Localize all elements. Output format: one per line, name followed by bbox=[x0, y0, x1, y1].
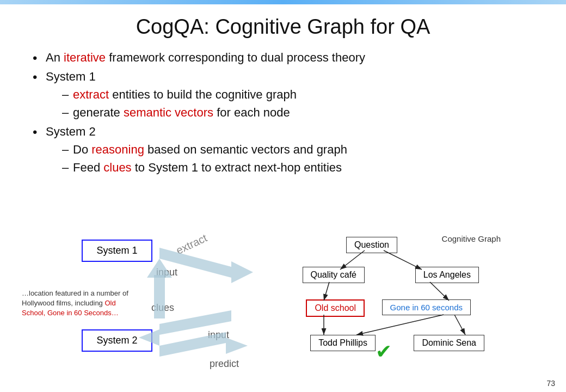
bullet-item-2: System 1 extract entities to build the c… bbox=[33, 68, 533, 121]
old-school-box: Old school bbox=[306, 299, 365, 317]
bullet-3-text: System 2 bbox=[46, 125, 96, 138]
checkmark-icon: ✔ bbox=[376, 340, 392, 363]
sub-item-3-1: Do reasoning based on semantic vectors a… bbox=[62, 140, 533, 158]
sub-item-3-2: Feed clues to System 1 to extract next-h… bbox=[62, 158, 533, 176]
bullet-list: An iterative framework corresponding to … bbox=[33, 48, 533, 176]
bullet-item-3: System 2 Do reasoning based on semantic … bbox=[33, 122, 533, 176]
svg-line-12 bbox=[324, 282, 329, 301]
svg-line-15 bbox=[454, 315, 465, 335]
input-top-label: input bbox=[156, 267, 177, 278]
sub-2-1-highlight: extract bbox=[73, 88, 109, 101]
svg-line-16 bbox=[356, 315, 444, 335]
extract-label: extract bbox=[174, 232, 209, 257]
sub-2-2-before: generate bbox=[73, 106, 124, 119]
bullet-1-text-before: An bbox=[46, 51, 64, 64]
system2-box: System 2 bbox=[82, 329, 152, 352]
sub-3-1-highlight: reasoning bbox=[91, 143, 144, 156]
sub-2-2-highlight: semantic vectors bbox=[124, 106, 213, 119]
page-number: 73 bbox=[546, 379, 555, 388]
slide-title: CogQA: Cognitive Graph for QA bbox=[33, 15, 533, 39]
clues-label: clues bbox=[151, 302, 174, 314]
diagram: System 1 System 2 …location featured in … bbox=[16, 234, 550, 381]
sub-3-2-after: to System 1 to extract next-hop entities bbox=[135, 161, 342, 174]
sub-list-2: extract entities to build the cognitive … bbox=[46, 85, 533, 121]
todd-phillips-box: Todd Phillips bbox=[310, 335, 376, 351]
predict-label: predict bbox=[210, 358, 239, 370]
system1-box: System 1 bbox=[82, 240, 152, 262]
bullet-item-1: An iterative framework corresponding to … bbox=[33, 48, 533, 66]
quality-cafe-box: Quality café bbox=[303, 267, 365, 283]
question-box: Question bbox=[346, 237, 397, 253]
sub-3-2-before: Feed bbox=[73, 161, 103, 174]
sub-3-2-highlight: clues bbox=[103, 161, 131, 174]
cognitive-graph-label: Cognitive Graph bbox=[442, 234, 501, 243]
svg-marker-5 bbox=[231, 261, 253, 283]
sub-3-1-after: based on semantic vectors and graph bbox=[147, 143, 347, 156]
bullet-1-text-after: framework corresponding to dual process … bbox=[109, 51, 365, 64]
location-text: …location featured in a number of Hollyw… bbox=[22, 289, 136, 318]
sub-list-3: Do reasoning based on semantic vectors a… bbox=[46, 140, 533, 176]
top-bar bbox=[0, 0, 566, 4]
sub-2-2-after: for each node bbox=[217, 106, 290, 119]
input-bot-label: input bbox=[208, 329, 229, 341]
dominic-sena-box: Dominic Sena bbox=[414, 335, 484, 351]
gone60-box: Gone in 60 seconds bbox=[382, 299, 471, 315]
sub-item-2-1: extract entities to build the cognitive … bbox=[62, 85, 533, 103]
sub-2-1-after: entities to build the cognitive graph bbox=[112, 88, 297, 101]
bullet-1-highlight: iterative bbox=[64, 51, 106, 64]
svg-line-13 bbox=[430, 282, 449, 301]
los-angeles-box: Los Angeles bbox=[415, 267, 479, 283]
slide-content: CogQA: Cognitive Graph for QA An iterati… bbox=[0, 4, 566, 392]
bullet-2-text: System 1 bbox=[46, 70, 96, 83]
sub-item-2-2: generate semantic vectors for each node bbox=[62, 103, 533, 121]
sub-3-1-before: Do bbox=[73, 143, 91, 156]
